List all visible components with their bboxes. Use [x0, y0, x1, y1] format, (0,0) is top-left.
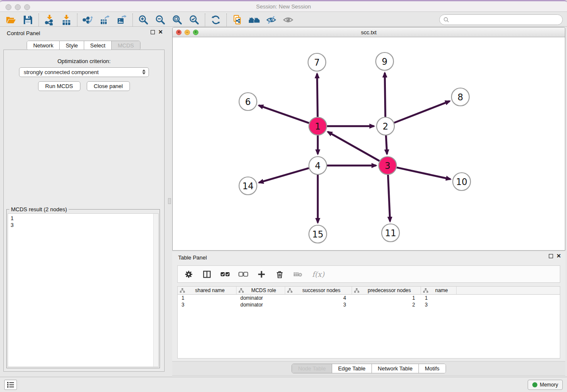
- graph-node-3[interactable]: 3: [379, 157, 396, 174]
- table-cell: 3: [178, 301, 237, 308]
- graph-node-10[interactable]: 10: [453, 173, 471, 190]
- select-all-button[interactable]: [217, 268, 233, 281]
- task-history-button[interactable]: [4, 380, 17, 390]
- table-settings-button[interactable]: [181, 268, 196, 281]
- graph-edge-3-10[interactable]: [396, 168, 450, 179]
- import-table-icon: [61, 14, 72, 25]
- show-column-panel-button[interactable]: [199, 268, 215, 281]
- graph-node-6[interactable]: 6: [239, 93, 257, 110]
- graph-edge-3-11[interactable]: [388, 175, 390, 221]
- graph-edge-2-3[interactable]: [386, 135, 387, 154]
- mcds-result-title: MCDS result (2 nodes): [9, 206, 69, 213]
- apply-layout-button[interactable]: [207, 14, 224, 26]
- zoom-in-button[interactable]: [135, 14, 152, 26]
- vertical-splitter-handle[interactable]: [168, 198, 171, 204]
- table-row[interactable]: 1dominator411: [178, 295, 560, 301]
- svg-text:6: 6: [245, 97, 250, 107]
- import-network-button[interactable]: [41, 14, 58, 26]
- mcds-result-text: 13: [8, 214, 158, 230]
- export-network-button[interactable]: [80, 14, 96, 26]
- hierarchy-icon: [287, 288, 292, 293]
- unchecked-boxes-icon: [238, 269, 248, 279]
- column-header-MCDS-role[interactable]: MCDS role: [237, 287, 285, 294]
- session-title: Session: New Session: [0, 3, 567, 10]
- graph-node-14[interactable]: 14: [239, 177, 257, 195]
- import-table-button[interactable]: [58, 14, 75, 26]
- hierarchy-icon: [423, 288, 428, 293]
- close-table-panel-icon[interactable]: ✕: [556, 254, 561, 258]
- graph-node-9[interactable]: 9: [376, 52, 394, 70]
- optimization-select-value: strongly connected component: [24, 69, 99, 75]
- svg-text:15: 15: [312, 229, 324, 240]
- delete-column-button[interactable]: [272, 268, 287, 281]
- refresh-icon: [210, 14, 221, 25]
- apply-function-button[interactable]: f(x): [308, 268, 328, 281]
- search-input[interactable]: [451, 17, 559, 23]
- graph-node-1[interactable]: 1: [309, 117, 327, 135]
- graph-node-7[interactable]: 7: [308, 53, 326, 71]
- graph-edge-1-7[interactable]: [317, 74, 317, 117]
- deselect-all-button[interactable]: [236, 268, 251, 281]
- graph-node-11[interactable]: 11: [382, 224, 399, 242]
- open-session-button[interactable]: [3, 14, 19, 26]
- table-header-row: shared nameMCDS rolesuccessor nodesprede…: [178, 287, 560, 295]
- graph-edge-2-9[interactable]: [385, 73, 385, 117]
- zoom-selected-button[interactable]: [186, 14, 203, 26]
- graph-node-8[interactable]: 8: [451, 88, 469, 106]
- hierarchy-icon: [180, 288, 185, 293]
- duplicate-network-button[interactable]: [229, 14, 246, 26]
- show-hidden-button[interactable]: [280, 14, 297, 26]
- network-window-titlebar[interactable]: ✕ − + scc.txt: [173, 28, 565, 37]
- search-field[interactable]: [439, 14, 563, 25]
- hide-selected-button[interactable]: [263, 14, 280, 26]
- svg-text:1: 1: [315, 121, 320, 132]
- tab-mcds[interactable]: MCDS: [111, 41, 140, 50]
- zoom-out-button[interactable]: [152, 14, 169, 26]
- column-header-predecessor-nodes[interactable]: predecessor nodes: [352, 287, 421, 294]
- table-tab-node-table[interactable]: Node Table: [292, 364, 332, 373]
- tab-style[interactable]: Style: [59, 41, 84, 50]
- column-header-name[interactable]: name: [421, 287, 457, 294]
- result-scrollbar[interactable]: [153, 214, 158, 367]
- float-panel-icon[interactable]: [151, 30, 155, 34]
- memory-button[interactable]: Memory: [528, 380, 563, 390]
- graph-edge-1-6[interactable]: [259, 105, 309, 123]
- svg-text:3: 3: [385, 161, 390, 171]
- mcds-result-textarea[interactable]: 13: [8, 213, 159, 367]
- graph-node-15[interactable]: 15: [309, 225, 327, 243]
- close-panel-button[interactable]: Close panel: [87, 81, 130, 91]
- run-mcds-button[interactable]: Run MCDS: [38, 81, 80, 91]
- control-panel-tabs: NetworkStyleSelectMCDS: [0, 41, 167, 50]
- table-tab-edge-table[interactable]: Edge Table: [332, 364, 372, 373]
- export-image-icon: [116, 14, 127, 25]
- graph-node-4[interactable]: 4: [309, 157, 327, 174]
- table-toolbar: f(x): [177, 265, 560, 283]
- optimization-select[interactable]: strongly connected component: [19, 67, 149, 77]
- show-all-networks-button[interactable]: [246, 14, 263, 26]
- export-table-button[interactable]: [96, 14, 113, 26]
- graph-node-2[interactable]: 2: [377, 117, 394, 135]
- graph-edge-3-1[interactable]: [328, 132, 380, 161]
- table-tab-motifs[interactable]: Motifs: [418, 364, 446, 373]
- column-header-successor-nodes[interactable]: successor nodes: [285, 287, 352, 294]
- export-image-button[interactable]: [113, 14, 130, 26]
- table-cell: 1: [421, 295, 457, 301]
- close-panel-icon[interactable]: ✕: [158, 30, 163, 34]
- add-column-button[interactable]: [254, 268, 269, 281]
- zoom-fit-button[interactable]: [169, 14, 186, 26]
- eye-slash-icon: [266, 14, 277, 25]
- graph-edge-2-8[interactable]: [394, 101, 449, 123]
- graph-edge-4-14[interactable]: [259, 168, 309, 182]
- tab-network[interactable]: Network: [27, 41, 59, 50]
- table-row[interactable]: 3dominator323: [178, 301, 560, 308]
- save-session-button[interactable]: [19, 14, 36, 26]
- memory-label: Memory: [540, 382, 558, 388]
- float-table-panel-icon[interactable]: [549, 254, 553, 258]
- tab-select[interactable]: Select: [84, 41, 111, 50]
- columns-icon: [202, 270, 212, 279]
- table-tab-network-table[interactable]: Network Table: [372, 364, 418, 373]
- duplicate-network-icon: [232, 14, 243, 25]
- column-header-shared-name[interactable]: shared name: [178, 287, 237, 294]
- network-canvas[interactable]: 1234678910111415: [173, 37, 565, 250]
- delete-table-button[interactable]: [290, 268, 306, 281]
